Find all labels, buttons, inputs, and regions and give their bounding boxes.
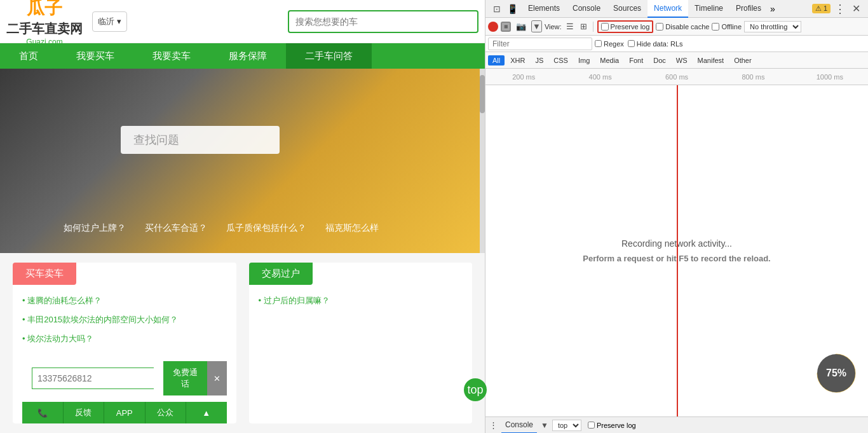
- hero-link-1[interactable]: 如何过户上牌？: [64, 223, 126, 234]
- scroll-top-button[interactable]: top: [464, 378, 485, 401]
- chevron-down-icon: ▾: [117, 17, 121, 26]
- call-button[interactable]: 免费通话: [163, 361, 207, 395]
- timeline-red-line: [677, 85, 678, 416]
- type-doc[interactable]: Doc: [649, 55, 670, 65]
- type-img[interactable]: Img: [574, 55, 594, 65]
- tab-timeline[interactable]: Timeline: [688, 0, 729, 18]
- city-selector[interactable]: 临沂 ▾: [92, 11, 127, 32]
- list-view-icon[interactable]: ☰: [564, 20, 576, 32]
- tab-profiles[interactable]: Profiles: [729, 0, 768, 18]
- regex-checkbox[interactable]: [595, 40, 602, 47]
- progress-circle: 75%: [817, 354, 855, 392]
- type-ws[interactable]: WS: [672, 55, 692, 65]
- public-btn[interactable]: 公众: [146, 402, 187, 423]
- nav-service[interactable]: 服务保障: [210, 43, 286, 69]
- hero-link-3[interactable]: 瓜子质保包括什么？: [226, 223, 306, 234]
- preserve-log-checkbox[interactable]: [601, 23, 609, 31]
- buy-sell-tab[interactable]: 买车卖车: [13, 263, 76, 285]
- qa-item-2[interactable]: 丰田2015款埃尔法的内部空间大小如何？: [22, 310, 227, 329]
- hide-data-urls-option: Hide data: RLs: [628, 40, 683, 48]
- type-media[interactable]: Media: [595, 55, 623, 65]
- throttling-select[interactable]: No throttling: [744, 21, 801, 32]
- camera-icon[interactable]: 📷: [513, 20, 529, 32]
- devtools-mobile-icon[interactable]: 📱: [505, 3, 520, 15]
- hide-data-urls-label: Hide data: RLs: [637, 40, 683, 48]
- type-xhr[interactable]: XHR: [506, 55, 529, 65]
- hero-section: 查找问题 如何过户上牌？ 买什么车合适？ 瓜子质保包括什么？ 福克斯怎么样: [0, 69, 485, 253]
- devtools-panel: ⊡ 📱 Elements Console Sources Network Tim…: [485, 0, 868, 433]
- nav-sell[interactable]: 我要卖车: [133, 43, 210, 69]
- type-font[interactable]: Font: [625, 55, 648, 65]
- devtools-menu-button[interactable]: ⋮: [832, 2, 848, 16]
- devtools-tab-bar: ⊡ 📱 Elements Console Sources Network Tim…: [485, 0, 868, 18]
- app-btn[interactable]: APP: [104, 402, 146, 423]
- stop-button[interactable]: ◼: [501, 22, 511, 32]
- type-other[interactable]: Other: [729, 55, 756, 65]
- hide-data-urls-checkbox[interactable]: [628, 40, 635, 47]
- scrollbar[interactable]: [480, 69, 485, 253]
- console-top-filter[interactable]: top: [552, 420, 581, 431]
- progress-value: 75%: [826, 368, 846, 379]
- tab-sources[interactable]: Sources: [607, 0, 648, 18]
- nav-home[interactable]: 首页: [0, 43, 57, 69]
- tab-console[interactable]: Console: [566, 0, 607, 18]
- type-manifest[interactable]: Manifest: [693, 55, 729, 65]
- console-menu-button[interactable]: ⋮: [489, 420, 498, 430]
- action-bar: 📞 反馈 APP 公众 ▲: [22, 402, 227, 423]
- qa-list: 速腾的油耗怎么样？ 丰田2015款埃尔法的内部空间大小如何？ 埃尔法动力大吗？: [13, 285, 236, 355]
- nav-qa[interactable]: 二手车问答: [286, 43, 372, 69]
- timeline-800: 800 ms: [715, 73, 791, 81]
- trade-item-1[interactable]: • 过户后的归属嘛？: [259, 291, 463, 310]
- trade-tab[interactable]: 交易过户: [249, 263, 313, 285]
- toolbar-divider: [593, 22, 593, 32]
- upload-btn[interactable]: ▲: [186, 402, 227, 423]
- more-tabs-icon[interactable]: »: [768, 0, 778, 18]
- trade-list: • 过户后的归属嘛？: [249, 285, 473, 317]
- type-all[interactable]: All: [488, 55, 505, 65]
- console-bar: ⋮ Console ▼ top Preserve log: [485, 416, 868, 433]
- filter-input[interactable]: [488, 38, 592, 50]
- site-nav: 首页 我要买车 我要卖车 服务保障 二手车问答: [0, 43, 485, 69]
- hero-link-4[interactable]: 福克斯怎么样: [325, 223, 379, 234]
- bottom-section: 买车卖车 速腾的油耗怎么样？ 丰田2015款埃尔法的内部空间大小如何？ 埃尔法动…: [0, 253, 485, 433]
- phone-input[interactable]: [32, 368, 154, 389]
- view-label: View:: [545, 23, 562, 31]
- filter-bar: Regex Hide data: RLs: [485, 36, 868, 52]
- scrollbar-thumb: [480, 75, 485, 113]
- type-css[interactable]: CSS: [549, 55, 573, 65]
- trade-card: 交易过户 • 过户后的归属嘛？: [249, 263, 473, 423]
- preserve-log-label[interactable]: Preserve log: [611, 23, 650, 31]
- tab-elements[interactable]: Elements: [522, 0, 566, 18]
- disable-cache-label[interactable]: Disable cache: [665, 23, 709, 31]
- preserve-log-container: Preserve log: [597, 20, 654, 33]
- large-rows-icon[interactable]: ⊞: [578, 20, 589, 32]
- type-js[interactable]: JS: [531, 55, 548, 65]
- hero-link-2[interactable]: 买什么车合适？: [145, 223, 207, 234]
- console-preserve-log: Preserve log: [588, 422, 636, 429]
- filter-icon[interactable]: ▼: [531, 20, 542, 32]
- offline-label[interactable]: Offline: [721, 23, 742, 31]
- qa-item-1[interactable]: 速腾的油耗怎么样？: [22, 291, 227, 310]
- disable-cache-checkbox[interactable]: [656, 23, 663, 31]
- regex-label: Regex: [604, 40, 624, 48]
- devtools-close-button[interactable]: ✕: [850, 3, 863, 15]
- hero-search[interactable]: 查找问题: [121, 126, 280, 154]
- timeline-200: 200 ms: [485, 73, 562, 81]
- console-tab[interactable]: Console: [501, 417, 537, 434]
- tab-network[interactable]: Network: [648, 0, 688, 18]
- phone-action-btn[interactable]: 📞: [22, 402, 64, 423]
- regex-option: Regex: [595, 40, 624, 48]
- network-main-area: Recording network activity... Perform a …: [485, 85, 868, 416]
- console-filter-icon[interactable]: ▼: [541, 421, 548, 430]
- record-button[interactable]: [488, 22, 498, 32]
- feedback-btn[interactable]: 反馈: [64, 402, 105, 423]
- qa-item-3[interactable]: 埃尔法动力大吗？: [22, 329, 227, 348]
- search-input[interactable]: [289, 14, 477, 29]
- type-filter-bar: All XHR JS CSS Img Media Font Doc WS Man…: [485, 52, 868, 69]
- devtools-dock-icon[interactable]: ⊡: [491, 3, 503, 15]
- nav-buy[interactable]: 我要买车: [57, 43, 133, 69]
- console-preserve-log-checkbox[interactable]: [588, 422, 595, 429]
- offline-checkbox[interactable]: [712, 23, 719, 31]
- phone-icon: 📞: [37, 408, 48, 418]
- close-phone-button[interactable]: ✕: [207, 361, 227, 395]
